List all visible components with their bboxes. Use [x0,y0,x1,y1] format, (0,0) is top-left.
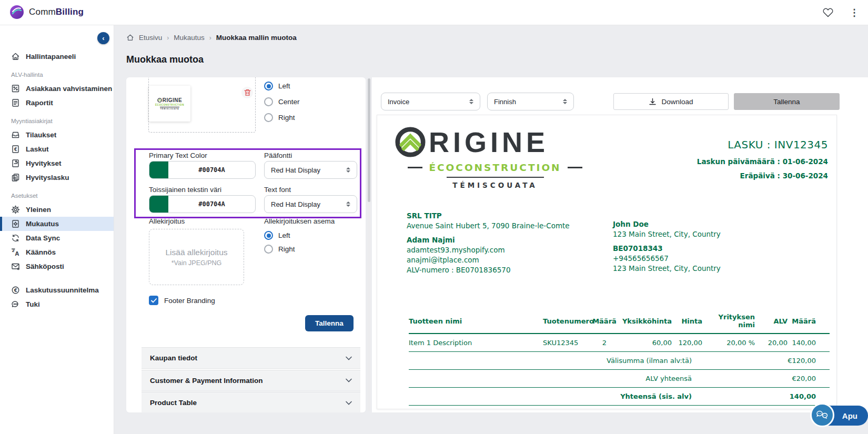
trash-icon [244,89,251,96]
overflow-menu-icon[interactable]: ⋮ [848,6,861,19]
invoice-logo-region: TÉMISCOUATA [395,181,595,189]
footer-branding-row[interactable]: Footer Branding [149,296,215,305]
sidebar-item-label: Hyvitykset [26,159,62,167]
sidebar-item-mukautus[interactable]: Mukautus [0,217,114,231]
brand[interactable]: CommBilling [9,5,84,19]
cell-amount: 140,00 [788,334,830,352]
signature-pos-right[interactable]: Right [264,245,295,254]
editor-scrollbar[interactable] [368,78,370,411]
logo-upload-dropzone[interactable]: RIGINE ÉCOCONSTRUCTION TÉMISCOUATA [148,77,256,133]
spacer [407,231,570,235]
preview-toolbar: Invoice Finnish Download Tallenna [372,77,868,114]
accordion-label: Customer & Payment Information [150,377,263,385]
sidebar-item-kaannos[interactable]: zA Käännös [0,245,114,259]
signature-upload-dropzone[interactable]: Lisää allekirjoitus *Vain JPEG/PNG [149,229,244,285]
seller-contact-name: Adam Najmi [407,235,570,245]
signature-pos-left[interactable]: Left [264,231,295,240]
preview-save-button[interactable]: Tallenna [734,93,840,110]
sidebar-item-label: Laskut [26,145,49,153]
footer-branding-checkbox[interactable] [149,296,158,305]
download-button[interactable]: Download [613,93,729,110]
uploaded-logo-thumbnail: RIGINE ÉCOCONSTRUCTION TÉMISCOUATA [149,86,190,122]
invoice-line-item-row: Item 1 Description SKU12345 2 60,00 120,… [409,334,830,352]
radio-icon[interactable] [264,231,273,240]
sidebar-item-label: Mukautus [26,220,59,228]
accordion-label: Product Table [150,399,197,407]
sidebar-item-data-sync[interactable]: Data Sync [0,231,114,245]
favorite-heart-icon[interactable] [822,6,834,19]
radio-icon[interactable] [264,245,273,254]
seller-website: adamtest93.myshopify.com [407,245,570,255]
sidebar-item-tilaukset[interactable]: Tilaukset [0,128,114,142]
subtotal-label: Välisumma (ilman alv:tä) [409,352,755,370]
seller-company: SRL TITP [407,211,570,221]
brand-logo-icon [9,5,24,19]
thumb-logo-subtitle: ÉCOCONSTRUCTION [155,104,184,106]
cell-vat-amount: 20,00 [755,334,788,352]
sidebar-item-label: Käännös [26,248,56,256]
svg-text:€: € [14,147,17,152]
logo-align-right[interactable]: Right [264,113,300,122]
chat-bubbles-icon [816,410,829,420]
invoice-logo-wordmark: RIGINE [395,127,595,157]
chevron-down-icon [346,401,352,405]
accordion-kaupan-tiedot[interactable]: Kaupan tiedot [142,347,360,369]
customization-icon [11,219,20,228]
document-type-select[interactable]: Invoice [381,93,480,110]
accordion-customer-payment[interactable]: Customer & Payment Information [142,370,360,391]
accordion-product-table[interactable]: Product Table [142,392,360,412]
seller-address: Avenue Saint Hubert 5, 7090 Braine-le-Co… [407,221,570,231]
sidebar-item-asiakkaan-vahvistaminen[interactable]: Asiakkaan vahvistaminen [0,82,114,96]
download-label: Download [661,98,693,106]
breadcrumb-home[interactable]: Etusivu [139,34,162,42]
grand-total-label: Yhteensä (sis. alv) [409,388,755,406]
download-icon [649,98,657,106]
invoice-preview: RIGINE ÉCOCONSTRUCTION TÉMISCOUATA LASKU… [377,115,837,409]
sidebar-item-tuki[interactable]: Tuki [0,297,114,311]
help-chat-button[interactable] [810,403,834,427]
sidebar-item-yleinen[interactable]: Yleinen [0,203,114,217]
editor-save-button[interactable]: Tallenna [305,315,354,331]
sidebar-item-label: Hallintapaneeli [26,53,76,60]
invoices-icon: € [11,145,20,154]
logo-align-left[interactable]: Left [264,82,300,90]
language-select[interactable]: Finnish [487,93,574,110]
logo-align-center[interactable]: Center [264,97,300,106]
radio-icon[interactable] [264,113,273,122]
sidebar-item-hyvitykset[interactable]: Hyvitykset [0,156,114,170]
sidebar-nav: Hallintapaneeli ALV-hallinta Asiakkaan v… [0,25,114,311]
sidebar-item-laskutussuunnitelma[interactable]: € Laskutussuunnitelma [0,283,114,297]
buyer-address2: 123 Main Street, City, Country [613,264,721,274]
logo-underline [447,177,544,178]
invoice-table-header-row: Tuotteen nimi Tuotenumero Määrä Yksikköh… [409,310,830,334]
breadcrumb-section[interactable]: Mukautus [174,34,205,42]
translate-icon: zA [11,248,20,257]
breadcrumb-home-icon[interactable] [126,34,134,42]
radio-icon[interactable] [264,97,273,106]
thumb-logo-o-icon [157,98,162,103]
breadcrumb-separator: › [209,34,211,42]
logo-alignment-group: Left Center Right [264,82,300,122]
sidebar-collapse-button[interactable]: ‹ [97,32,109,44]
invoice-logo-subtitle-row: ÉCOCONSTRUCTION [395,162,595,173]
sidebar-item-hyvityslasku[interactable]: Hyvityslasku [0,170,114,185]
delete-logo-button[interactable] [241,87,253,98]
vat-total-value: €20,00 [755,370,830,388]
billing-plan-icon: € [11,286,20,295]
sidebar-item-raportit[interactable]: Raportit [0,96,114,110]
scrollbar-thumb[interactable] [368,78,370,202]
signature-label: Allekirjoitus [149,217,185,225]
radio-icon[interactable] [264,82,273,90]
buyer-name: John Doe [613,219,721,229]
cell-sku: SKU12345 [543,334,591,352]
sidebar-item-hallintapaneeli[interactable]: Hallintapaneeli [0,49,114,64]
col-company-name: Yrityksen nimi [702,310,755,334]
invoice-logo: RIGINE ÉCOCONSTRUCTION TÉMISCOUATA [395,127,595,189]
sidebar-item-laskut[interactable]: € Laskut [0,142,114,156]
home-icon [11,52,20,61]
sidebar-section-alv-hallinta: ALV-hallinta [0,72,114,78]
sidebar-item-sahkoposti[interactable]: Sähköposti [0,259,114,274]
sidebar-item-label: Tilaukset [26,131,56,139]
email-icon [11,262,20,271]
support-chat-icon [11,300,20,309]
